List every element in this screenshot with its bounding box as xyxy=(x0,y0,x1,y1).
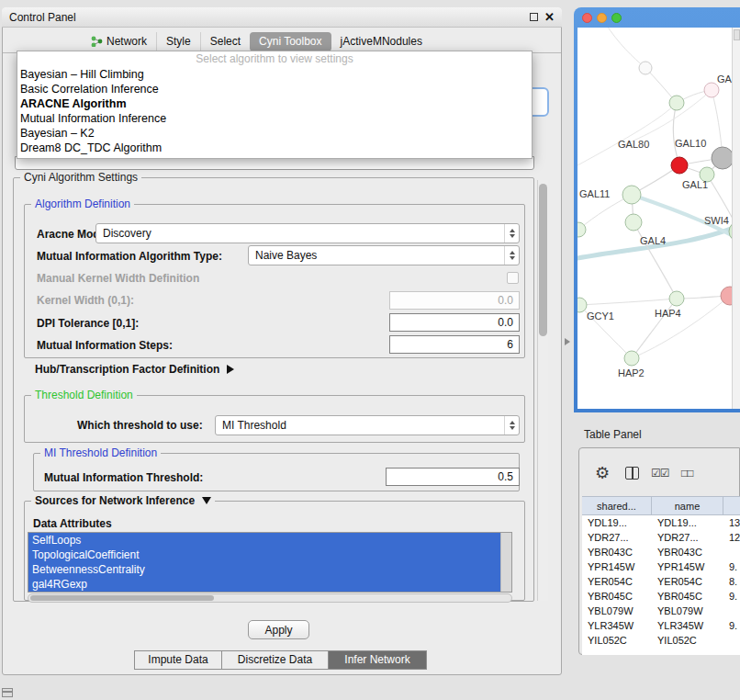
network-edge[interactable] xyxy=(633,222,677,299)
table-row[interactable]: YER054CYER054C8. xyxy=(582,574,740,589)
sources-label: Sources for Network Inference xyxy=(35,494,195,507)
tab-network-label: Network xyxy=(107,32,147,51)
hub-definition-label: Hub/Transcription Factor Definition xyxy=(35,363,219,376)
node-label: GAL80 xyxy=(618,139,649,150)
network-edge[interactable] xyxy=(623,90,712,145)
settings-scrollbar[interactable] xyxy=(537,180,548,601)
window-zoom-icon[interactable] xyxy=(611,13,622,23)
splitter-handle[interactable] xyxy=(565,338,570,345)
close-icon[interactable]: ✕ xyxy=(544,10,555,24)
scroll-up-icon[interactable] xyxy=(734,29,740,40)
network-node[interactable] xyxy=(669,291,684,306)
deselect-all-columns-icon[interactable]: □□ xyxy=(681,467,693,480)
sources-expander[interactable]: Sources for Network Inference xyxy=(31,494,215,507)
attribute-item-selected[interactable]: TopologicalCoefficient xyxy=(28,548,500,562)
dropdown-item-selected[interactable]: ARACNE Algorithm xyxy=(17,96,532,111)
select-all-columns-icon[interactable]: ☑☑ xyxy=(651,467,669,480)
network-node[interactable] xyxy=(639,62,652,74)
network-node[interactable] xyxy=(625,214,642,231)
which-threshold-label: Which threshold to use: xyxy=(77,419,203,432)
network-canvas[interactable]: GAL80GAL10GAL11GAL1SWI4GAL4GCY1HAP4HAP2G… xyxy=(577,28,740,409)
table-row[interactable]: YBR043CYBR043C xyxy=(582,545,740,559)
gear-icon[interactable]: ⚙ xyxy=(595,463,610,483)
network-edge[interactable] xyxy=(577,103,677,165)
node-label: GAL4 xyxy=(640,235,666,246)
column-header-name[interactable]: name xyxy=(652,497,723,514)
mi-type-select[interactable]: Naive Bayes xyxy=(248,245,520,265)
mi-threshold-label: Mutual Information Threshold: xyxy=(44,471,203,484)
tab-jactivemnodules[interactable]: jActiveMNodules xyxy=(331,32,432,51)
table-row[interactable]: YDR27...YDR27...12 xyxy=(582,530,740,545)
network-node[interactable] xyxy=(704,83,719,97)
dropdown-item[interactable]: Dream8 DC_TDC Algorithm xyxy=(17,141,532,155)
data-attributes-list: SelfLoops TopologicalCoefficient Between… xyxy=(28,532,512,593)
table-row[interactable]: YDL19...YDL19...13 xyxy=(582,515,740,530)
mi-threshold-title: MI Threshold Definition xyxy=(40,446,161,459)
settings-scrollbar-thumb[interactable] xyxy=(539,184,547,336)
dropdown-prompt: Select algorithm to view settings xyxy=(17,51,532,67)
dropdown-item[interactable]: Basic Correlation Inference xyxy=(17,82,532,96)
kernel-width-label: Kernel Width (0,1): xyxy=(37,294,134,307)
settings-group-title: Cyni Algorithm Settings xyxy=(20,171,141,184)
aracne-mode-select[interactable]: Discovery xyxy=(95,223,520,243)
combo-arrows-icon xyxy=(504,416,519,435)
screen: Control Panel ✕ Network Style Select Cyn… xyxy=(0,0,740,700)
which-threshold-select[interactable]: MI Threshold xyxy=(215,415,520,435)
list-vertical-scrollbar[interactable] xyxy=(500,533,511,592)
control-panel-titlebar[interactable]: Control Panel ✕ xyxy=(2,7,562,28)
manual-kernel-checkbox[interactable] xyxy=(507,272,519,284)
tab-style[interactable]: Style xyxy=(156,32,200,51)
tab-select[interactable]: Select xyxy=(200,32,250,51)
network-graph[interactable]: GAL80GAL10GAL11GAL1SWI4GAL4GCY1HAP4HAP2G… xyxy=(577,28,740,409)
columns-icon[interactable] xyxy=(625,467,639,480)
mi-steps-field[interactable]: 6 xyxy=(389,335,520,354)
table-row[interactable]: YIL052CYIL052C xyxy=(582,633,740,648)
dpi-tolerance-field[interactable]: 0.0 xyxy=(389,313,520,332)
network-edge[interactable] xyxy=(579,299,677,305)
mi-type-value: Naive Bayes xyxy=(249,246,504,265)
float-window-icon[interactable] xyxy=(530,13,538,21)
attribute-item-selected[interactable]: SelfLoops xyxy=(28,533,500,548)
data-attributes-label: Data Attributes xyxy=(33,517,112,530)
window-close-icon[interactable] xyxy=(582,13,592,23)
tab-infer-network[interactable]: Infer Network xyxy=(328,650,427,670)
algorithm-definition-title: Algorithm Definition xyxy=(31,198,134,210)
list-horizontal-scrollbar[interactable] xyxy=(28,593,512,603)
tab-cyni-toolbox[interactable]: Cyni Toolbox xyxy=(250,32,331,51)
attribute-item-selected[interactable]: BetweennessCentrality xyxy=(28,562,500,577)
network-node[interactable] xyxy=(671,157,688,174)
hub-definition-expander[interactable]: Hub/Transcription Factor Definition xyxy=(35,363,234,376)
network-edge[interactable] xyxy=(673,103,679,165)
dropdown-item[interactable]: Mutual Information Inference xyxy=(17,111,532,126)
table-row[interactable]: YBL079WYBL079W xyxy=(582,604,740,618)
network-node[interactable] xyxy=(622,186,641,204)
column-header-extra[interactable] xyxy=(723,497,740,514)
tab-network[interactable]: Network xyxy=(82,32,156,51)
attribute-item-selected[interactable]: gal4RGexp xyxy=(28,577,500,592)
network-node[interactable] xyxy=(624,351,639,366)
expand-down-icon xyxy=(202,497,211,504)
network-node[interactable] xyxy=(712,147,734,169)
network-edge[interactable] xyxy=(605,28,645,68)
network-node[interactable] xyxy=(577,298,587,312)
dropdown-item[interactable]: Bayesian – K2 xyxy=(17,126,532,141)
mi-threshold-field[interactable]: 0.5 xyxy=(386,468,520,486)
table-row[interactable]: YBR045CYBR045C9. xyxy=(582,589,740,604)
network-node[interactable] xyxy=(669,96,684,110)
control-panel-title: Control Panel xyxy=(9,11,76,24)
manual-kernel-label: Manual Kernel Width Definition xyxy=(37,272,199,285)
node-label: HAP2 xyxy=(618,367,645,378)
column-header-shared[interactable]: shared... xyxy=(582,497,652,514)
table-row[interactable]: YPR145WYPR145W9. xyxy=(582,559,740,574)
tab-impute-data[interactable]: Impute Data xyxy=(134,650,222,670)
combo-arrows-icon xyxy=(504,246,519,265)
collapsed-panel-icon[interactable] xyxy=(2,688,13,697)
kernel-width-field[interactable]: 0.0 xyxy=(389,291,520,310)
dropdown-item[interactable]: Bayesian – Hill Climbing xyxy=(17,67,532,82)
apply-button[interactable]: Apply xyxy=(248,620,309,639)
network-scrollbar[interactable] xyxy=(732,28,740,409)
node-label: HAP4 xyxy=(655,308,681,319)
tab-discretize-data[interactable]: Discretize Data xyxy=(221,650,329,670)
window-minimize-icon[interactable] xyxy=(597,13,607,23)
table-row[interactable]: YLR345WYLR345W9. xyxy=(582,618,740,633)
